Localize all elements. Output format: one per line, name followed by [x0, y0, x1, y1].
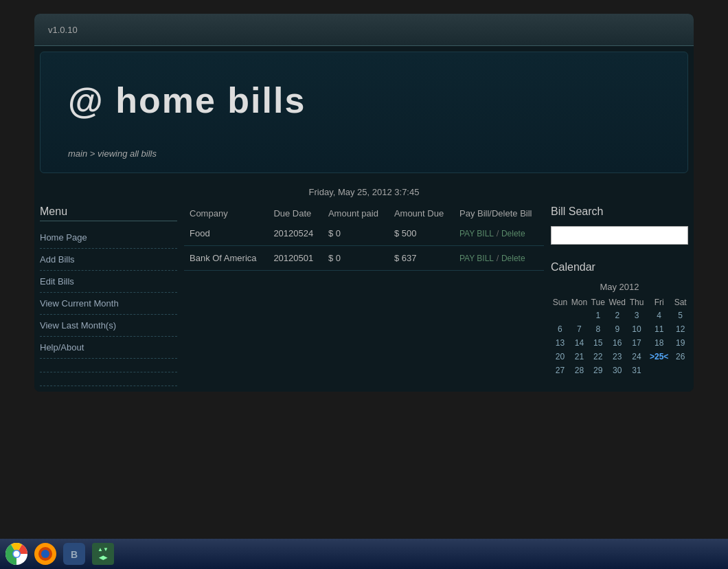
- calendar-day: 3: [628, 309, 646, 322]
- sidebar-item-view-last-months[interactable]: View Last Month(s): [40, 315, 177, 337]
- sidebar-item-home-page[interactable]: Home Page: [40, 227, 177, 249]
- calendar-day: 26: [672, 350, 688, 364]
- header-section: @ home bills main > viewing all bills: [40, 52, 688, 173]
- main-content: Company Due Date Amount paid Amount Due …: [184, 205, 544, 386]
- sidebar: Menu Home Page Add Bills Edit Bills View…: [40, 205, 177, 386]
- breadcrumb-current: viewing all bills: [98, 148, 157, 159]
- calendar-day: [672, 364, 688, 377]
- calendar-day: 18: [646, 336, 672, 350]
- delete-link[interactable]: Delete: [501, 254, 525, 263]
- calendar-day: 14: [569, 336, 589, 350]
- calendar-day-header: Fri: [646, 296, 672, 309]
- calendar-day: 20: [551, 350, 569, 364]
- calendar-day: 22: [589, 350, 606, 364]
- version-text: v1.0.10: [48, 25, 78, 35]
- calendar-day: 8: [589, 322, 606, 336]
- calendar-table: SunMonTueWedThuFriSat 123456789101112131…: [551, 296, 688, 377]
- svg-point-5: [41, 550, 49, 558]
- calendar-day: 30: [606, 364, 628, 377]
- bill-search-input[interactable]: [551, 226, 688, 245]
- calendar-day: 7: [569, 322, 589, 336]
- calendar-day: 16: [606, 336, 628, 350]
- col-amount-due: Amount Due: [389, 205, 454, 221]
- svg-text:B: B: [71, 549, 78, 560]
- sidebar-item-view-current-month[interactable]: View Current Month: [40, 293, 177, 315]
- right-sidebar: Bill Search Calendar May 2012 SunMonTueW…: [551, 205, 688, 386]
- calendar-day-header: Thu: [628, 296, 646, 309]
- menu-separator-2: [40, 372, 177, 386]
- calendar-day: 2: [606, 309, 628, 322]
- calendar-body: 123456789101112131415161718192021222324>…: [551, 309, 688, 377]
- cell-amount-paid: $ 0: [323, 246, 389, 271]
- calendar-day: 19: [672, 336, 688, 350]
- calendar-header-row: SunMonTueWedThuFriSat: [551, 296, 688, 309]
- cell-amount-due: $ 637: [389, 246, 454, 271]
- calendar-day-header: Sun: [551, 296, 569, 309]
- datetime-text: Friday, May 25, 2012 3:7:45: [309, 187, 420, 197]
- calendar-day: [646, 364, 672, 377]
- taskbar-app3-icon[interactable]: B: [60, 540, 88, 568]
- calendar-day-header: Wed: [606, 296, 628, 309]
- calendar-week-row: 2021222324>25<26: [551, 350, 688, 364]
- table-row: Bank Of America 20120501 $ 0 $ 637 PAY B…: [184, 246, 544, 271]
- col-pay-delete: Pay Bill/Delete Bill: [454, 205, 544, 221]
- calendar-day: 11: [646, 322, 672, 336]
- separator: /: [497, 228, 501, 238]
- separator: /: [497, 253, 501, 263]
- calendar-month: May 2012: [551, 282, 688, 292]
- calendar-day: 9: [606, 322, 628, 336]
- calendar-day: [551, 309, 569, 322]
- cell-pay-delete: PAY BILL / Delete: [454, 221, 544, 246]
- breadcrumb-main[interactable]: main: [68, 148, 87, 159]
- bills-table: Company Due Date Amount paid Amount Due …: [184, 205, 544, 271]
- pay-bill-link[interactable]: PAY BILL: [459, 254, 494, 263]
- calendar-section: Calendar May 2012 SunMonTueWedThuFriSat …: [551, 261, 688, 377]
- cell-due-date: 20120524: [268, 221, 323, 246]
- calendar-week-row: 2728293031: [551, 364, 688, 377]
- calendar-title: Calendar: [551, 261, 688, 274]
- calendar-day: 1: [589, 309, 606, 322]
- calendar-day: 15: [589, 336, 606, 350]
- calendar-day: 27: [551, 364, 569, 377]
- calendar-day: 10: [628, 322, 646, 336]
- col-due-date: Due Date: [268, 205, 323, 221]
- calendar-day: 17: [628, 336, 646, 350]
- breadcrumb: main > viewing all bills: [68, 148, 660, 159]
- table-row: Food 20120524 $ 0 $ 500 PAY BILL / Delet…: [184, 221, 544, 246]
- menu-separator-1: [40, 359, 177, 372]
- sidebar-item-edit-bills[interactable]: Edit Bills: [40, 271, 177, 293]
- app-title: @ home bills: [68, 80, 660, 121]
- cell-company: Food: [184, 221, 268, 246]
- delete-link[interactable]: Delete: [501, 229, 525, 238]
- col-company: Company: [184, 205, 268, 221]
- calendar-day: 29: [589, 364, 606, 377]
- cell-amount-due: $ 500: [389, 221, 454, 246]
- taskbar-firefox-icon[interactable]: [32, 540, 59, 568]
- calendar-day: 24: [628, 350, 646, 364]
- calendar-day-header: Mon: [569, 296, 589, 309]
- table-header-row: Company Due Date Amount paid Amount Due …: [184, 205, 544, 221]
- cell-pay-delete: PAY BILL / Delete: [454, 246, 544, 271]
- svg-point-2: [14, 551, 20, 557]
- svg-text:▲▼: ▲▼: [98, 546, 109, 553]
- calendar-day: >25<: [646, 350, 672, 364]
- calendar-day: 23: [606, 350, 628, 364]
- calendar-week-row: 13141516171819: [551, 336, 688, 350]
- taskbar-app4-icon[interactable]: ▲▼ ◀▶: [89, 540, 117, 568]
- calendar-week-row: 12345: [551, 309, 688, 322]
- col-amount-paid: Amount paid: [323, 205, 389, 221]
- calendar-day: 31: [628, 364, 646, 377]
- sidebar-item-help-about[interactable]: Help/About: [40, 337, 177, 359]
- version-bar: v1.0.10: [34, 14, 694, 46]
- pay-bill-link[interactable]: PAY BILL: [459, 229, 494, 238]
- calendar-day: 28: [569, 364, 589, 377]
- cell-due-date: 20120501: [268, 246, 323, 271]
- calendar-day: 13: [551, 336, 569, 350]
- calendar-week-row: 6789101112: [551, 322, 688, 336]
- cell-amount-paid: $ 0: [323, 221, 389, 246]
- calendar-day: 4: [646, 309, 672, 322]
- taskbar-chrome-icon[interactable]: [3, 540, 30, 568]
- calendar-day-header: Tue: [589, 296, 606, 309]
- calendar-day: 5: [672, 309, 688, 322]
- sidebar-item-add-bills[interactable]: Add Bills: [40, 249, 177, 271]
